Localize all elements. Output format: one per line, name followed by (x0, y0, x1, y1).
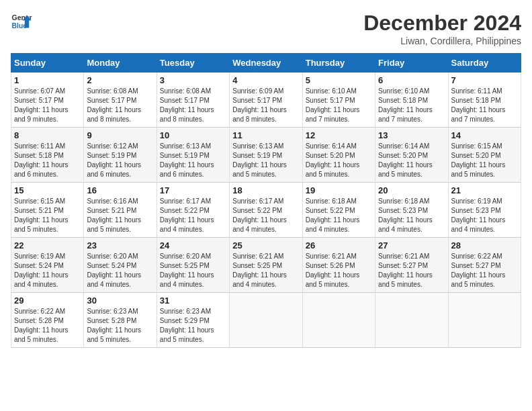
weekday-header: Sunday (11, 54, 84, 73)
day-info: Sunrise: 6:17 AMSunset: 5:22 PMDaylight:… (160, 197, 226, 234)
calendar-week-row: 29 Sunrise: 6:22 AMSunset: 5:28 PMDaylig… (11, 293, 521, 348)
day-info: Sunrise: 6:11 AMSunset: 5:18 PMDaylight:… (451, 87, 518, 124)
calendar-cell: 5 Sunrise: 6:10 AMSunset: 5:17 PMDayligh… (302, 73, 375, 128)
day-number: 24 (160, 240, 226, 250)
day-number: 9 (87, 130, 153, 140)
day-info: Sunrise: 6:21 AMSunset: 5:25 PMDaylight:… (232, 252, 299, 289)
day-info: Sunrise: 6:23 AMSunset: 5:28 PMDaylight:… (87, 307, 153, 345)
day-number: 20 (378, 185, 445, 195)
calendar-cell: 7 Sunrise: 6:11 AMSunset: 5:18 PMDayligh… (448, 73, 521, 128)
weekday-header: Wednesday (230, 54, 302, 73)
day-info: Sunrise: 6:20 AMSunset: 5:25 PMDaylight:… (160, 252, 226, 289)
day-number: 11 (232, 130, 299, 140)
day-info: Sunrise: 6:08 AMSunset: 5:17 PMDaylight:… (87, 87, 153, 124)
day-number: 13 (378, 130, 445, 140)
day-info: Sunrise: 6:22 AMSunset: 5:28 PMDaylight:… (14, 307, 81, 345)
calendar-cell: 29 Sunrise: 6:22 AMSunset: 5:28 PMDaylig… (11, 293, 84, 348)
weekday-header: Tuesday (157, 54, 229, 73)
day-info: Sunrise: 6:14 AMSunset: 5:20 PMDaylight:… (378, 142, 445, 179)
day-number: 2 (87, 75, 153, 85)
day-number: 14 (451, 130, 518, 140)
calendar-cell: 4 Sunrise: 6:09 AMSunset: 5:17 PMDayligh… (230, 73, 302, 128)
day-info: Sunrise: 6:14 AMSunset: 5:20 PMDaylight:… (306, 142, 372, 179)
day-info: Sunrise: 6:10 AMSunset: 5:17 PMDaylight:… (306, 87, 372, 124)
calendar-cell: 14 Sunrise: 6:15 AMSunset: 5:20 PMDaylig… (448, 128, 521, 183)
day-info: Sunrise: 6:20 AMSunset: 5:24 PMDaylight:… (87, 252, 153, 289)
day-number: 6 (378, 75, 445, 85)
day-info: Sunrise: 6:22 AMSunset: 5:27 PMDaylight:… (451, 252, 518, 289)
calendar-cell: 12 Sunrise: 6:14 AMSunset: 5:20 PMDaylig… (302, 128, 375, 183)
day-number: 4 (232, 75, 299, 85)
calendar-cell: 18 Sunrise: 6:17 AMSunset: 5:22 PMDaylig… (230, 183, 302, 238)
day-info: Sunrise: 6:16 AMSunset: 5:21 PMDaylight:… (87, 197, 153, 234)
calendar-cell: 25 Sunrise: 6:21 AMSunset: 5:25 PMDaylig… (230, 238, 302, 293)
weekday-header: Monday (84, 54, 157, 73)
day-number: 5 (306, 75, 372, 85)
calendar-cell (448, 293, 521, 348)
day-info: Sunrise: 6:13 AMSunset: 5:19 PMDaylight:… (160, 142, 226, 179)
day-number: 26 (306, 240, 372, 250)
calendar-cell (302, 293, 375, 348)
calendar-cell: 30 Sunrise: 6:23 AMSunset: 5:28 PMDaylig… (84, 293, 157, 348)
day-number: 31 (160, 295, 226, 306)
calendar-cell: 28 Sunrise: 6:22 AMSunset: 5:27 PMDaylig… (448, 238, 521, 293)
day-info: Sunrise: 6:15 AMSunset: 5:21 PMDaylight:… (14, 197, 81, 234)
calendar-table: SundayMondayTuesdayWednesdayThursdayFrid… (11, 53, 521, 348)
day-info: Sunrise: 6:19 AMSunset: 5:24 PMDaylight:… (14, 252, 81, 289)
calendar-week-row: 8 Sunrise: 6:11 AMSunset: 5:18 PMDayligh… (11, 128, 521, 183)
calendar-week-row: 15 Sunrise: 6:15 AMSunset: 5:21 PMDaylig… (11, 183, 521, 238)
calendar-cell: 20 Sunrise: 6:18 AMSunset: 5:23 PMDaylig… (375, 183, 448, 238)
calendar-week-row: 22 Sunrise: 6:19 AMSunset: 5:24 PMDaylig… (11, 238, 521, 293)
weekday-header-row: SundayMondayTuesdayWednesdayThursdayFrid… (11, 54, 521, 73)
day-number: 7 (451, 75, 518, 85)
weekday-header: Friday (375, 54, 448, 73)
calendar-cell: 24 Sunrise: 6:20 AMSunset: 5:25 PMDaylig… (157, 238, 229, 293)
calendar-cell: 27 Sunrise: 6:21 AMSunset: 5:27 PMDaylig… (375, 238, 448, 293)
weekday-header: Saturday (448, 54, 521, 73)
day-info: Sunrise: 6:13 AMSunset: 5:19 PMDaylight:… (232, 142, 299, 179)
day-number: 15 (14, 185, 81, 195)
day-number: 16 (87, 185, 153, 195)
calendar-cell: 8 Sunrise: 6:11 AMSunset: 5:18 PMDayligh… (11, 128, 84, 183)
day-info: Sunrise: 6:19 AMSunset: 5:23 PMDaylight:… (451, 197, 518, 234)
day-info: Sunrise: 6:11 AMSunset: 5:18 PMDaylight:… (14, 142, 81, 179)
calendar-cell: 2 Sunrise: 6:08 AMSunset: 5:17 PMDayligh… (84, 73, 157, 128)
day-info: Sunrise: 6:08 AMSunset: 5:17 PMDaylight:… (160, 87, 226, 124)
day-number: 17 (160, 185, 226, 195)
day-info: Sunrise: 6:07 AMSunset: 5:17 PMDaylight:… (14, 87, 81, 124)
day-number: 25 (232, 240, 299, 250)
day-info: Sunrise: 6:17 AMSunset: 5:22 PMDaylight:… (232, 197, 299, 234)
calendar-cell: 11 Sunrise: 6:13 AMSunset: 5:19 PMDaylig… (230, 128, 302, 183)
calendar-cell: 9 Sunrise: 6:12 AMSunset: 5:19 PMDayligh… (84, 128, 157, 183)
day-number: 1 (14, 75, 81, 85)
day-info: Sunrise: 6:21 AMSunset: 5:26 PMDaylight:… (306, 252, 372, 289)
day-info: Sunrise: 6:09 AMSunset: 5:17 PMDaylight:… (232, 87, 299, 124)
day-number: 22 (14, 240, 81, 250)
calendar-cell: 26 Sunrise: 6:21 AMSunset: 5:26 PMDaylig… (302, 238, 375, 293)
calendar-cell: 17 Sunrise: 6:17 AMSunset: 5:22 PMDaylig… (157, 183, 229, 238)
calendar-week-row: 1 Sunrise: 6:07 AMSunset: 5:17 PMDayligh… (11, 73, 521, 128)
day-info: Sunrise: 6:23 AMSunset: 5:29 PMDaylight:… (160, 307, 226, 345)
weekday-header: Thursday (302, 54, 375, 73)
month-title: December 2024 (363, 11, 521, 36)
day-number: 30 (87, 295, 153, 306)
day-number: 3 (160, 75, 226, 85)
calendar-cell (375, 293, 448, 348)
day-info: Sunrise: 6:15 AMSunset: 5:20 PMDaylight:… (451, 142, 518, 179)
calendar-cell: 22 Sunrise: 6:19 AMSunset: 5:24 PMDaylig… (11, 238, 84, 293)
day-info: Sunrise: 6:12 AMSunset: 5:19 PMDaylight:… (87, 142, 153, 179)
calendar-cell: 15 Sunrise: 6:15 AMSunset: 5:21 PMDaylig… (11, 183, 84, 238)
day-number: 19 (306, 185, 372, 195)
calendar-cell (230, 293, 302, 348)
day-number: 12 (306, 130, 372, 140)
day-number: 10 (160, 130, 226, 140)
day-info: Sunrise: 6:18 AMSunset: 5:22 PMDaylight:… (306, 197, 372, 234)
calendar-cell: 19 Sunrise: 6:18 AMSunset: 5:22 PMDaylig… (302, 183, 375, 238)
title-block: December 2024 Liwan, Cordillera, Philipp… (363, 11, 521, 46)
logo-icon: General Blue (11, 11, 32, 32)
calendar-cell: 3 Sunrise: 6:08 AMSunset: 5:17 PMDayligh… (157, 73, 229, 128)
calendar-cell: 16 Sunrise: 6:16 AMSunset: 5:21 PMDaylig… (84, 183, 157, 238)
day-info: Sunrise: 6:10 AMSunset: 5:18 PMDaylight:… (378, 87, 445, 124)
day-number: 18 (232, 185, 299, 195)
calendar-cell: 13 Sunrise: 6:14 AMSunset: 5:20 PMDaylig… (375, 128, 448, 183)
